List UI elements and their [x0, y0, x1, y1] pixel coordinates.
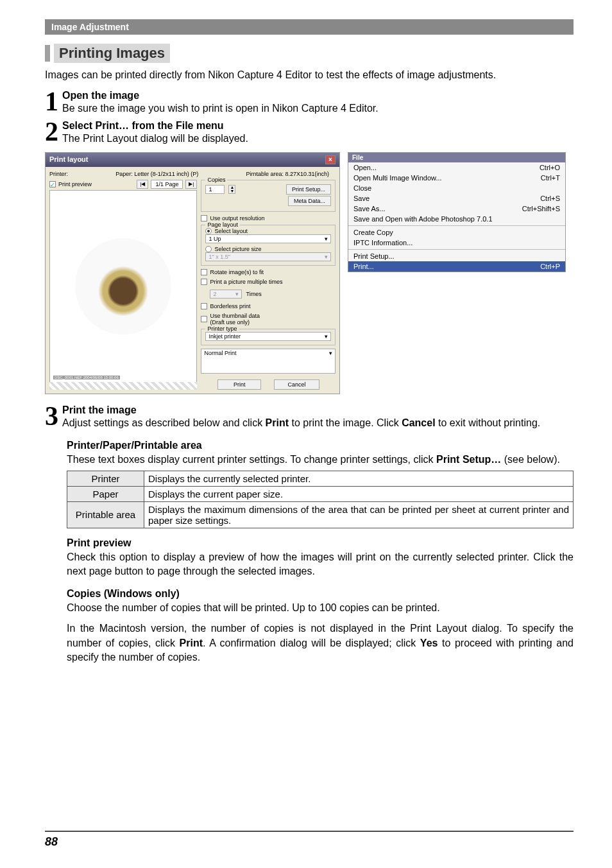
step-3: 3 Print the image Adjust settings as des… — [45, 404, 574, 430]
print-button[interactable]: Print — [217, 379, 262, 390]
chevron-down-icon: ▾ — [325, 236, 328, 242]
table-desc: Displays the maximum dimensions of the a… — [144, 501, 574, 528]
dialog-title-text: Print layout — [49, 155, 89, 164]
settings-table: PrinterDisplays the currently selected p… — [67, 471, 574, 528]
sub3-text2: In the Macintosh version, the number of … — [67, 621, 574, 664]
step-3-title: Print the image — [62, 404, 574, 416]
close-icon[interactable]: × — [325, 155, 336, 164]
step-2-title-part: from the — [129, 120, 176, 131]
step-number: 2 — [45, 120, 58, 144]
cancel-button[interactable]: Cancel — [274, 379, 319, 390]
times-select: 2▾ — [210, 290, 242, 299]
print-setup-button[interactable]: Print Setup... — [286, 184, 331, 195]
print-preview-label: Print preview — [58, 181, 92, 187]
menu-item-save[interactable]: SaveCtrl+S — [348, 193, 565, 204]
copies-group: Copies 1 ▲▼ Print Setup... Meta Data... — [201, 180, 336, 212]
step-2-title-part: Select — [62, 120, 96, 131]
print-layout-dialog: Print layout × Printer: Paper: Letter (8… — [45, 152, 340, 394]
step-1-title: Open the image — [62, 90, 574, 101]
menu-item-open[interactable]: Open...Ctrl+O — [348, 162, 565, 173]
copies-section: Copies (Windows only) Choose the number … — [67, 588, 574, 665]
dialog-titlebar: Print layout × — [46, 153, 339, 167]
copies-input[interactable]: 1 — [205, 185, 225, 194]
step-2-title-bold: Print… — [96, 120, 129, 131]
step-3-text: Adjust settings as described below and c… — [62, 416, 574, 430]
step-number: 1 — [45, 90, 58, 114]
sub3-title: Copies (Windows only) — [67, 588, 574, 600]
section-accent-bar — [45, 45, 50, 62]
meta-data-button[interactable]: Meta Data... — [288, 196, 331, 206]
table-desc: Displays the current paper size. — [144, 486, 574, 501]
printer-label: Printer: — [49, 171, 68, 177]
sub2-title: Print preview — [67, 537, 574, 549]
select-size-radio[interactable]: Select picture size — [205, 246, 331, 252]
print-mode-select[interactable]: Normal Print▾ — [201, 349, 336, 374]
chevron-down-icon: ▾ — [329, 350, 332, 372]
step-2-title-part: menu — [194, 120, 224, 131]
table-row: PrinterDisplays the currently selected p… — [67, 471, 574, 486]
print-preview-area — [49, 190, 197, 383]
step-2-title: Select Print… from the File menu — [62, 120, 574, 132]
table-label: Printable area — [67, 501, 144, 528]
use-output-resolution-checkbox[interactable]: Use output resolution — [201, 215, 336, 221]
preview-strip: DSC_0001.NEF 2004/06/08 15:00:06 — [49, 382, 197, 390]
printer-type-title: Printer type — [205, 326, 239, 332]
menu-item-close[interactable]: Close — [348, 183, 565, 193]
page-layout-group-title: Page layout — [205, 221, 240, 228]
preview-image — [75, 238, 171, 334]
prev-page-button[interactable]: |◀ — [137, 180, 148, 189]
sub2-text: Check this option to display a preview o… — [67, 550, 574, 579]
printer-type-select[interactable]: Inkjet printer▾ — [205, 332, 331, 341]
printable-area-label: Pirntable area: 8.27X10.31(inch) — [246, 171, 329, 177]
menu-item-save-open-ps[interactable]: Save and Open with Adobe Photoshop 7.0.1 — [348, 214, 565, 224]
print-preview-checkbox[interactable]: ✓Print preview — [49, 181, 92, 187]
sub1-text: These text boxes display current printer… — [67, 453, 574, 467]
times-label: Times — [246, 291, 261, 297]
table-label: Paper — [67, 486, 144, 501]
step-2: 2 Select Print… from the File menu The P… — [45, 120, 574, 146]
select-layout-radio[interactable]: Select layout — [205, 228, 331, 234]
borderless-label: Borderless print — [210, 303, 250, 309]
menu-item-iptc[interactable]: IPTC Information... — [348, 238, 565, 248]
intro-paragraph: Images can be printed directly from Niko… — [45, 68, 574, 82]
menu-item-create-copy[interactable]: Create Copy — [348, 227, 565, 238]
step-2-text: The Print Layout dialog will be displaye… — [62, 132, 574, 146]
page-indicator: 1/1 Page — [151, 180, 183, 189]
table-row: PaperDisplays the current paper size. — [67, 486, 574, 501]
use-output-label: Use output resolution — [210, 215, 264, 221]
thumbnail-label: Use thumbnail data(Draft use only) — [210, 313, 260, 326]
multiple-times-checkbox[interactable]: Print a picture multiple times — [201, 279, 336, 285]
page-layout-group: Page layout Select layout 1 Up▾ Select p… — [201, 225, 336, 266]
rotate-label: Rotate image(s) to fit — [210, 269, 264, 275]
copies-group-title: Copies — [205, 177, 227, 183]
multiple-label: Print a picture multiple times — [210, 279, 282, 285]
rotate-checkbox[interactable]: Rotate image(s) to fit — [201, 269, 336, 275]
menu-item-save-as[interactable]: Save As...Ctrl+Shift+S — [348, 204, 565, 214]
step-number: 3 — [45, 404, 58, 429]
layout-select[interactable]: 1 Up▾ — [205, 234, 331, 243]
menu-item-print[interactable]: Print...Ctrl+P — [348, 261, 565, 272]
borderless-checkbox[interactable]: Borderless print — [201, 303, 336, 309]
page-header: Image Adjustment — [45, 19, 574, 35]
menu-item-print-setup[interactable]: Print Setup... — [348, 251, 565, 261]
chevron-down-icon: ▾ — [325, 254, 328, 260]
copies-spinner-icon[interactable]: ▲▼ — [228, 185, 235, 194]
table-label: Printer — [67, 471, 144, 486]
select-layout-label: Select layout — [214, 228, 248, 234]
step-1-text: Be sure the image you wish to print is o… — [62, 101, 574, 116]
sub1-title: Printer/Paper/Printable area — [67, 440, 574, 451]
table-row: Printable areaDisplays the maximum dimen… — [67, 501, 574, 528]
print-preview-section: Print preview Check this option to displ… — [67, 537, 574, 579]
file-menu: File Open...Ctrl+O Open Multi Image Wind… — [348, 152, 566, 272]
printer-type-group: Printer type Inkjet printer▾ — [201, 329, 336, 345]
menu-item-open-multi[interactable]: Open Multi Image Window...Ctrl+T — [348, 173, 565, 183]
screenshots-row: Print layout × Printer: Paper: Letter (8… — [45, 152, 574, 394]
dialog-info-row: Printer: Paper: Letter (8-1/2x11 inch) (… — [49, 171, 336, 177]
step-1: 1 Open the image Be sure the image you w… — [45, 90, 574, 116]
table-desc: Displays the currently selected printer. — [144, 471, 574, 486]
thumbnail-checkbox[interactable]: Use thumbnail data(Draft use only) — [201, 313, 336, 326]
preview-strip-label: DSC_0001.NEF 2004/06/08 15:00:06 — [53, 376, 120, 379]
next-page-button[interactable]: ▶| — [185, 180, 197, 189]
menu-separator — [348, 249, 565, 250]
page-number: 88 — [45, 835, 58, 849]
